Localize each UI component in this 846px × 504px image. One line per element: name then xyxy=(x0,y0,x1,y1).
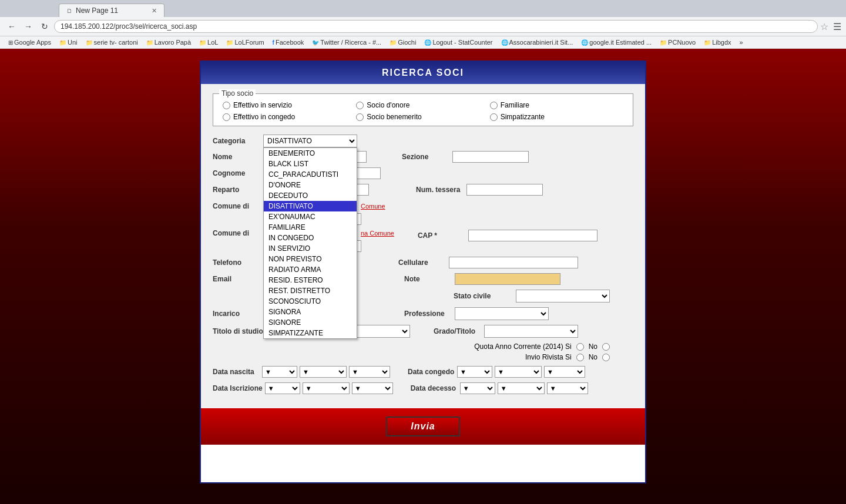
bookmark-serie-tv[interactable]: 📁serie tv- cartoni xyxy=(82,38,142,47)
url-bar[interactable] xyxy=(54,20,818,33)
dropdown-simpatizzante[interactable]: SIMPATIZZANTE xyxy=(264,328,357,338)
back-button[interactable]: ← xyxy=(5,19,19,33)
bookmark-lolforum[interactable]: 📁LoLForum xyxy=(223,38,267,47)
dropdown-donore[interactable]: D'ONORE xyxy=(264,180,357,190)
data-congedo-month[interactable]: ▼ xyxy=(495,366,542,378)
data-iscrizione-year[interactable]: ▼ xyxy=(352,382,393,394)
dropdown-signore[interactable]: SIGNORE xyxy=(264,317,357,328)
sezione-input[interactable] xyxy=(452,151,529,163)
data-nascita-label: Data nascita xyxy=(213,368,260,376)
bookmark-pcnuovo[interactable]: 📁PCNuovo xyxy=(656,38,699,47)
invio-no-radio[interactable] xyxy=(602,354,610,361)
stato-civile-select[interactable] xyxy=(516,290,610,303)
dropdown-cc-paracadutisti[interactable]: CC_PARACADUTISTI xyxy=(264,169,357,180)
data-congedo-day[interactable]: ▼ xyxy=(457,366,492,378)
data-nascita-month[interactable]: ▼ xyxy=(300,366,347,378)
dropdown-in-servizio[interactable]: IN SERVIZIO xyxy=(264,243,357,254)
radio-effettivo-congedo-input[interactable] xyxy=(223,113,230,121)
data-nascita-day[interactable]: ▼ xyxy=(262,366,297,378)
bookmark-logout[interactable]: 🌐Logout - StatCounter xyxy=(421,38,496,47)
quota-rivista-section: Quota Anno Corrente (2014) Si No Invio R… xyxy=(213,342,633,361)
radio-familiare[interactable]: Familiare xyxy=(490,101,623,109)
categoria-dropdown-list[interactable]: BENEMERITO BLACK LIST CC_PARACADUTISTI D… xyxy=(263,147,357,339)
bookmark-star-button[interactable]: ☆ xyxy=(820,21,828,32)
forward-button[interactable]: → xyxy=(21,19,35,33)
data-congedo-label: Data congedo xyxy=(408,368,455,376)
radio-effettivo-servizio[interactable]: Effettivo in servizio xyxy=(223,101,356,109)
radio-familiare-input[interactable] xyxy=(490,102,498,109)
radio-socio-benemerito-input[interactable] xyxy=(356,113,364,121)
radio-socio-onore[interactable]: Socio d'onore xyxy=(356,101,489,109)
dropdown-exonaumac[interactable]: EX'ONAUMAC xyxy=(264,211,357,222)
data-decesso-month[interactable]: ▼ xyxy=(498,382,545,394)
bookmark-twitter[interactable]: 🐦Twitter / Ricerca - #... xyxy=(308,38,385,47)
cap-field: CAP * xyxy=(418,230,597,241)
categoria-label: Categoria xyxy=(213,137,260,145)
comune-link1[interactable]: Comune xyxy=(361,203,385,210)
bookmark-uni[interactable]: 📁Uni xyxy=(56,38,81,47)
dropdown-non-previsto[interactable]: NON PREVISTO xyxy=(264,254,357,264)
browser-tab[interactable]: 🗋 New Page 11 ✕ xyxy=(59,4,164,17)
radio-grid: Effettivo in servizio Socio d'onore Fami… xyxy=(223,99,623,121)
data-decesso-day[interactable]: ▼ xyxy=(460,382,495,394)
cap-input[interactable] xyxy=(468,230,597,241)
invio-si-radio[interactable] xyxy=(576,354,584,361)
dropdown-sconosciuto[interactable]: SCONOSCIUTO xyxy=(264,296,357,307)
radio-effettivo-congedo-label: Effettivo in congedo xyxy=(233,113,295,121)
cellulare-input[interactable] xyxy=(449,257,578,268)
bookmark-facebook[interactable]: fFacebook xyxy=(269,38,308,47)
data-iscrizione-month[interactable]: ▼ xyxy=(303,382,350,394)
bookmark-libgdx[interactable]: 📁Libgdx xyxy=(700,38,734,47)
cellulare-field: Cellulare xyxy=(398,257,578,268)
menu-button[interactable]: ☰ xyxy=(833,21,841,32)
data-decesso-field: Data decesso ▼ ▼ ▼ xyxy=(411,382,588,394)
dropdown-disattivato[interactable]: DISATTIVATO xyxy=(264,201,357,211)
dropdown-blacklist[interactable]: BLACK LIST xyxy=(264,159,357,169)
num-tessera-input[interactable] xyxy=(466,184,543,196)
radio-effettivo-congedo[interactable]: Effettivo in congedo xyxy=(223,113,356,121)
dropdown-radiato-arma[interactable]: RADIATO ARMA xyxy=(264,264,357,275)
radio-socio-benemerito-label: Socio benemerito xyxy=(367,113,421,121)
quota-no-radio[interactable] xyxy=(602,343,610,351)
radio-simpatizzante[interactable]: Simpatizzante xyxy=(490,113,623,121)
data-decesso-year[interactable]: ▼ xyxy=(547,382,588,394)
professione-label: Professione xyxy=(404,310,451,318)
bookmark-lavoro[interactable]: 📁Lavoro Papà xyxy=(143,38,194,47)
grado-titolo-select[interactable] xyxy=(484,325,578,338)
dropdown-deceduto[interactable]: DECEDUTO xyxy=(264,190,357,201)
comune-link2[interactable]: na Comune xyxy=(361,230,394,237)
radio-familiare-label: Familiare xyxy=(501,101,529,109)
professione-select[interactable] xyxy=(455,307,549,320)
bookmark-google-apps[interactable]: ⊞Google Apps xyxy=(5,38,55,47)
quota-si-radio[interactable] xyxy=(576,343,584,351)
dropdown-in-congedo[interactable]: IN CONGEDO xyxy=(264,233,357,243)
bookmark-assocarabinieri[interactable]: 🌐Assocarabinieri.it Sit... xyxy=(498,38,577,47)
invio-rivista-label: Invio Rivista Si xyxy=(525,353,572,361)
radio-socio-benemerito[interactable]: Socio benemerito xyxy=(356,113,489,121)
radio-simpatizzante-input[interactable] xyxy=(490,113,498,121)
dropdown-resid-estero[interactable]: RESID. ESTERO xyxy=(264,275,357,285)
dropdown-signora[interactable]: SIGNORA xyxy=(264,307,357,317)
dropdown-rest-distretto[interactable]: REST. DISTRETTO xyxy=(264,285,357,296)
data-iscrizione-day[interactable]: ▼ xyxy=(265,382,300,394)
bookmark-giochi[interactable]: 📁Giochi xyxy=(386,38,419,47)
categoria-select[interactable]: DISATTIVATO xyxy=(263,135,357,147)
dropdown-benemerito[interactable]: BENEMERITO xyxy=(264,148,357,159)
radio-socio-onore-input[interactable] xyxy=(356,102,364,109)
cognome-label: Cognome xyxy=(213,169,260,177)
submit-button[interactable]: Invia xyxy=(386,416,459,436)
bookmarks-more[interactable]: » xyxy=(736,38,747,47)
note-input[interactable] xyxy=(455,273,560,285)
page-area: RICERCA SOCI Tipo socio Effettivo in ser… xyxy=(0,49,846,495)
dropdown-familiare[interactable]: FAMILIARE xyxy=(264,222,357,233)
radio-effettivo-servizio-input[interactable] xyxy=(223,102,230,109)
tab-close-button[interactable]: ✕ xyxy=(152,7,157,15)
data-congedo-year[interactable]: ▼ xyxy=(544,366,585,378)
data-nascita-year[interactable]: ▼ xyxy=(349,366,390,378)
tipo-socio-legend: Tipo socio xyxy=(219,89,256,98)
bookmark-google-estimated[interactable]: 🌐google.it Estimated ... xyxy=(578,38,655,47)
date-iscrizione-decesso-row: Data Iscrizione ▼ ▼ ▼ Data decesso ▼ ▼ ▼ xyxy=(213,382,633,394)
bookmark-lol[interactable]: 📁LoL xyxy=(196,38,221,47)
reload-button[interactable]: ↻ xyxy=(38,19,52,33)
quota-label: Quota Anno Corrente (2014) Si xyxy=(474,342,571,351)
